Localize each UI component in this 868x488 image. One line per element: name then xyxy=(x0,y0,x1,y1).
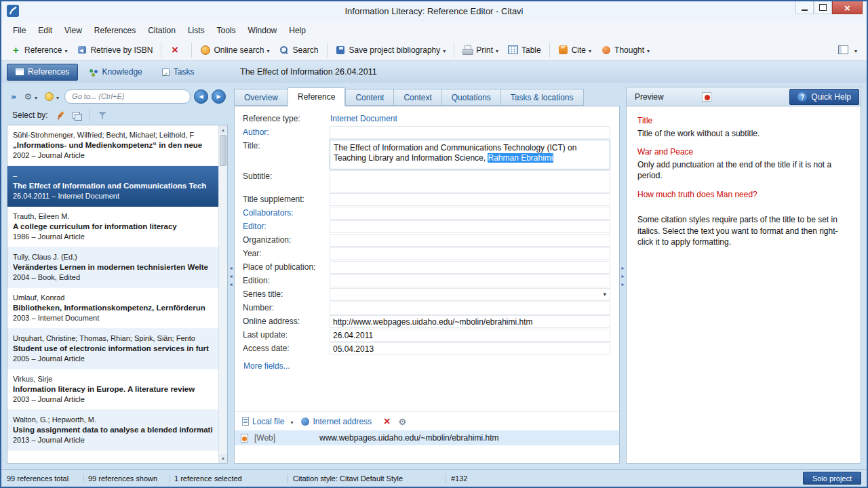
reference-list-item[interactable]: Virkus, SirjeInformation literacy in Eur… xyxy=(7,369,218,410)
search-button[interactable]: Search xyxy=(275,41,323,58)
new-reference-button[interactable]: Reference xyxy=(6,41,72,58)
title-input[interactable]: The Effect of Information and Communicat… xyxy=(330,140,610,169)
forward-button[interactable] xyxy=(212,89,226,104)
field-input-online-address[interactable]: http://www.webpages.uidaho.edu/~mbolin/e… xyxy=(330,315,610,328)
menu-item-edit[interactable]: Edit xyxy=(32,23,58,38)
online-search-button[interactable]: Online search xyxy=(195,41,274,58)
quick-select-button[interactable] xyxy=(43,89,61,104)
list-settings-button[interactable] xyxy=(22,89,39,104)
field-input-collaborators[interactable] xyxy=(330,207,610,220)
field-input-title-supplement[interactable] xyxy=(330,193,610,206)
funnel-icon xyxy=(98,111,107,120)
editor-tab-context[interactable]: Context xyxy=(393,89,441,106)
scrollbar-thumb[interactable] xyxy=(220,135,226,166)
attachment-settings-button[interactable] xyxy=(398,415,406,428)
retrieve-by-isbn-button[interactable]: Retrieve by ISBN xyxy=(72,41,157,58)
reference-editor-pane: OverviewReferenceContentContextQuotation… xyxy=(234,87,620,464)
field-input-last-update[interactable]: 26.04.2011 xyxy=(330,329,610,342)
print-button[interactable]: Print xyxy=(458,41,503,58)
menu-item-lists[interactable]: Lists xyxy=(182,23,211,38)
toolbar-separator xyxy=(191,43,192,58)
field-row-editor: Editor: xyxy=(243,220,610,233)
reference-list-item[interactable]: Trauth, Eileen M.A college curriculum fo… xyxy=(7,207,218,247)
title-bar[interactable]: Information Literacy: Reference Editor -… xyxy=(1,1,867,22)
field-label-access-date: Access date: xyxy=(243,342,330,355)
field-row-year: Year: xyxy=(243,247,610,260)
select-by-category-button[interactable] xyxy=(71,110,83,121)
thought-button[interactable]: Thought xyxy=(596,41,654,58)
field-input-subtitle[interactable] xyxy=(330,170,610,192)
editor-tab-tasks-locations[interactable]: Tasks & locations xyxy=(500,89,584,106)
scroll-up-button[interactable] xyxy=(219,125,227,134)
right-splitter[interactable] xyxy=(620,87,626,464)
cite-button[interactable]: Cite xyxy=(553,41,596,58)
separator xyxy=(90,109,90,121)
field-input-access-date[interactable]: 05.04.2013 xyxy=(330,342,610,355)
attachment-row[interactable]: [Web] www.webpages.uidaho.edu/~mbolin/eb… xyxy=(235,430,619,445)
globe-search-icon xyxy=(200,45,210,55)
close-button[interactable] xyxy=(832,1,863,14)
reference-type-link[interactable]: Internet Document xyxy=(330,113,610,125)
local-file-label: Local file xyxy=(252,417,284,426)
solo-project-badge[interactable]: Solo project xyxy=(803,472,861,485)
filter-button[interactable] xyxy=(96,110,109,121)
field-input-number[interactable] xyxy=(330,302,610,314)
reference-list-item[interactable]: –The Effect of Information and Communica… xyxy=(7,166,218,207)
tab-knowledge[interactable]: Knowledge xyxy=(80,64,151,81)
minimize-button[interactable] xyxy=(795,1,814,14)
field-label-subtitle: Subtitle: xyxy=(243,170,330,192)
menu-item-view[interactable]: View xyxy=(58,23,88,38)
field-input-edition[interactable] xyxy=(330,274,610,287)
editor-tab-overview[interactable]: Overview xyxy=(234,89,288,106)
reference-list-item[interactable]: Tully, Claus J. (Ed.)Verändertes Lernen … xyxy=(7,247,218,288)
field-input-organization[interactable] xyxy=(330,234,610,247)
chevron-down-icon xyxy=(589,45,591,55)
editor-tab-reference[interactable]: Reference xyxy=(288,87,345,106)
left-splitter[interactable] xyxy=(228,87,234,464)
menu-item-window[interactable]: Window xyxy=(242,23,283,38)
editor-tab-content[interactable]: Content xyxy=(345,89,393,106)
field-input-place-of-publication[interactable] xyxy=(330,261,610,274)
list-scrollbar[interactable] xyxy=(218,125,227,463)
internet-address-label: Internet address xyxy=(313,417,372,426)
editor-tab-quotations[interactable]: Quotations xyxy=(441,89,500,106)
tab-references[interactable]: References xyxy=(7,64,78,81)
delete-reference-button[interactable] xyxy=(165,41,188,58)
field-row-author: Author: xyxy=(243,126,610,139)
field-input-author[interactable] xyxy=(330,126,610,139)
expand-panel-button[interactable] xyxy=(9,89,18,104)
field-label-author[interactable]: Author: xyxy=(243,126,330,139)
web-page-icon xyxy=(241,434,248,443)
quick-help-button[interactable]: Quick Help xyxy=(789,89,859,105)
field-input-editor[interactable] xyxy=(330,220,610,233)
pdf-preview-icon[interactable] xyxy=(702,92,711,102)
menu-item-citation[interactable]: Citation xyxy=(142,23,182,38)
toolbar-separator xyxy=(454,43,454,58)
select-by-label-button[interactable] xyxy=(54,110,67,121)
menu-item-references[interactable]: References xyxy=(88,23,142,38)
double-chevron-icon xyxy=(11,90,16,102)
back-button[interactable] xyxy=(194,89,208,104)
maximize-button[interactable] xyxy=(814,1,832,14)
reference-list-item[interactable]: Walton, G.; Hepworth, M.Using assignment… xyxy=(7,410,218,451)
reference-list-item[interactable]: Sühl-Strohmenger, Wilfried; Becht, Micha… xyxy=(7,125,218,166)
menu-item-tools[interactable]: Tools xyxy=(211,23,242,38)
reference-list-item[interactable]: Umlauf, KonradBibliotheken, Informations… xyxy=(7,288,218,329)
field-input-series-title[interactable] xyxy=(330,288,610,301)
field-label-collaborators[interactable]: Collaborators: xyxy=(243,207,330,220)
table-button[interactable]: Table xyxy=(503,41,546,58)
more-fields-link[interactable]: More fields... xyxy=(243,361,610,371)
save-project-bibliography-button[interactable]: Save project bibliography xyxy=(331,41,451,58)
field-label-editor[interactable]: Editor: xyxy=(243,220,330,233)
menu-item-file[interactable]: File xyxy=(7,23,32,38)
local-file-button[interactable]: Local file xyxy=(242,417,293,426)
internet-address-button[interactable]: Internet address xyxy=(301,417,372,426)
goto-input[interactable] xyxy=(64,89,191,104)
field-input-year[interactable] xyxy=(330,247,610,260)
tab-tasks[interactable]: Tasks xyxy=(153,64,203,81)
menu-item-help[interactable]: Help xyxy=(283,23,312,38)
scroll-down-button[interactable] xyxy=(219,454,227,463)
reference-list-item[interactable]: Urquhart, Christine; Thomas, Rhian; Spin… xyxy=(7,329,218,369)
delete-attachment-button[interactable] xyxy=(384,415,390,428)
layout-panes-button[interactable] xyxy=(833,41,862,58)
